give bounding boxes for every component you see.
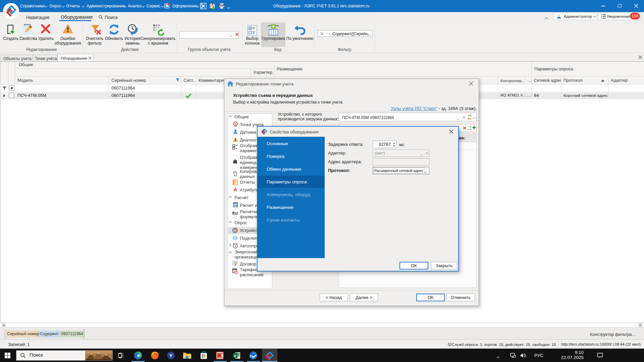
- svg-text:X: X: [234, 354, 236, 358]
- svg-text:Y: Y: [169, 353, 172, 358]
